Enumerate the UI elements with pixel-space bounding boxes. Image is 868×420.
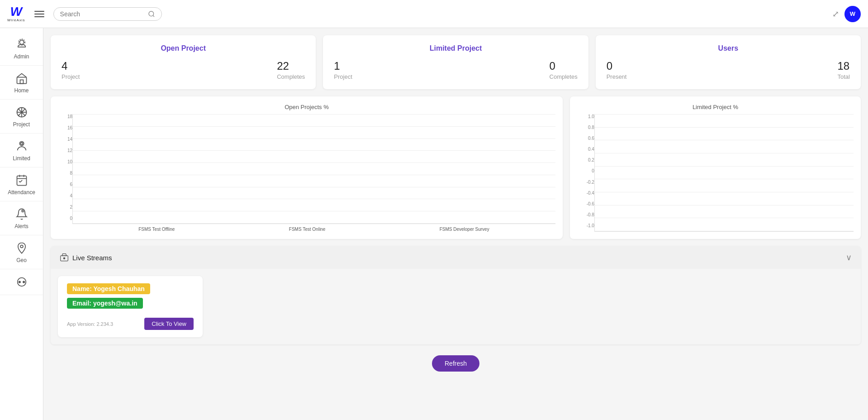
open-projects-bars-area: FSMS Test Offline FSMS Test Online FSMS … <box>72 114 555 232</box>
sidebar-item-limited-label: Limited <box>13 155 30 162</box>
main-content: Open Project 4 Project 22 Completes Limi… <box>43 28 868 420</box>
sidebar-item-alerts[interactable]: Alerts <box>0 201 43 235</box>
y-label-10: 10 <box>58 159 72 164</box>
logo-letter: W <box>10 5 22 18</box>
svg-point-20 <box>20 245 23 248</box>
open-project-count: 4 <box>62 60 80 72</box>
app-version: App Version: 2.234.3 <box>67 321 113 327</box>
sidebar-item-attendance[interactable]: Attendance <box>0 167 43 201</box>
svg-point-19 <box>21 210 24 213</box>
logo: W WireAxis <box>7 5 25 22</box>
x-label-developer: FSMS Developer Survey <box>440 227 489 232</box>
users-present-count: 0 <box>607 60 627 72</box>
search-icon <box>148 10 155 18</box>
users-total-group: 18 Total <box>838 60 850 80</box>
y-label-18: 18 <box>58 114 72 119</box>
sidebar-item-project[interactable]: Project <box>0 100 43 134</box>
sidebar-item-geo-label: Geo <box>16 257 27 263</box>
search-input[interactable] <box>60 10 148 18</box>
more-icon <box>14 275 29 289</box>
search-box <box>53 7 162 21</box>
hamburger-button[interactable] <box>33 9 46 19</box>
svg-rect-5 <box>20 80 23 84</box>
svg-rect-4 <box>17 77 26 84</box>
users-present-group: 0 Present <box>607 60 627 80</box>
open-projects-chart-body: 18 16 14 12 10 8 6 4 2 0 <box>58 114 555 232</box>
sidebar-item-home-label: Home <box>14 87 28 94</box>
header-right: ⤢ W <box>832 6 861 22</box>
sidebar-item-admin-label: Admin <box>14 53 29 60</box>
svg-point-11 <box>19 142 24 146</box>
refresh-button[interactable]: Refresh <box>432 355 479 372</box>
limited-chart-area <box>594 114 854 232</box>
svg-line-18 <box>20 180 22 182</box>
refresh-btn-area: Refresh <box>51 352 861 375</box>
open-projects-y-axis: 18 16 14 12 10 8 6 4 2 0 <box>58 114 72 232</box>
svg-point-23 <box>23 281 24 283</box>
y-label-2: 2 <box>58 205 72 210</box>
limited-project-chart-title: Limited Project % <box>577 104 854 110</box>
svg-point-25 <box>63 258 65 259</box>
y-label-12: 12 <box>58 148 72 153</box>
limited-project-chart-card: Limited Project % 1.0 0.8 0.6 0.4 0.2 0 … <box>570 96 861 239</box>
live-streams-body: Name: Yogesh Chauhan Email: yogesh@wa.in… <box>51 269 861 344</box>
limited-project-chart-body: 1.0 0.8 0.6 0.4 0.2 0 -0.2 -0.4 -0.6 -0.… <box>577 114 854 232</box>
header-left: W WireAxis <box>7 5 162 22</box>
sidebar-item-more[interactable] <box>0 269 43 295</box>
open-project-label: Project <box>62 73 80 80</box>
expand-icon[interactable]: ⤢ <box>832 9 839 19</box>
charts-row: Open Projects % 18 16 14 12 10 8 6 4 2 0 <box>51 96 861 239</box>
home-icon <box>14 71 29 86</box>
y-label-8: 8 <box>58 171 72 176</box>
layout: Admin Home Project <box>0 28 868 420</box>
open-project-completes-group: 22 Completes <box>277 60 305 80</box>
sidebar-item-admin[interactable]: Admin <box>0 32 43 66</box>
open-project-completes-label: Completes <box>277 73 305 80</box>
limited-project-count-group: 1 Project <box>334 60 352 80</box>
svg-point-2 <box>19 40 24 44</box>
y-label-4: 4 <box>58 193 72 198</box>
limited-project-completes-label: Completes <box>550 73 578 80</box>
users-present-label: Present <box>607 73 627 80</box>
live-streams-title: Live Streams <box>60 253 112 262</box>
svg-point-12 <box>20 143 23 145</box>
svg-point-22 <box>19 281 20 283</box>
limited-project-label: Project <box>334 73 352 80</box>
live-streams-label: Live Streams <box>72 254 112 262</box>
limited-icon <box>14 139 29 153</box>
sidebar-item-attendance-label: Attendance <box>8 189 35 196</box>
sidebar-item-limited[interactable]: Limited <box>0 134 43 167</box>
y-label-6: 6 <box>58 182 72 187</box>
geo-icon <box>14 241 29 255</box>
stats-row: Open Project 4 Project 22 Completes Limi… <box>51 35 861 89</box>
open-project-numbers: 4 Project 22 Completes <box>62 60 305 80</box>
sidebar: Admin Home Project <box>0 28 43 420</box>
live-streams-card: Live Streams ∨ Name: Yogesh Chauhan Emai… <box>51 246 861 344</box>
live-streams-chevron[interactable]: ∨ <box>846 253 852 262</box>
open-project-card: Open Project 4 Project 22 Completes <box>51 35 316 89</box>
svg-line-1 <box>153 15 154 17</box>
attendance-icon <box>14 173 29 187</box>
open-project-completes: 22 <box>277 60 305 72</box>
project-icon <box>14 105 29 119</box>
open-projects-chart-card: Open Projects % 18 16 14 12 10 8 6 4 2 0 <box>51 96 563 239</box>
bars <box>73 114 555 224</box>
live-streams-header: Live Streams ∨ <box>51 246 861 269</box>
bars-container <box>72 114 555 224</box>
users-total-count: 18 <box>838 60 850 72</box>
x-labels: FSMS Test Offline FSMS Test Online FSMS … <box>72 224 555 232</box>
logo-sub: WireAxis <box>7 18 25 22</box>
y-label-14: 14 <box>58 137 72 142</box>
stream-card: Name: Yogesh Chauhan Email: yogesh@wa.in… <box>58 276 203 337</box>
limited-project-completes-group: 0 Completes <box>550 60 578 80</box>
admin-icon <box>14 37 29 52</box>
stream-name-badge: Name: Yogesh Chauhan <box>67 283 150 294</box>
x-label-offline: FSMS Test Offline <box>138 227 175 232</box>
header: W WireAxis ⤢ W <box>0 0 868 28</box>
sidebar-item-home[interactable]: Home <box>0 66 43 100</box>
click-to-view-button[interactable]: Click To View <box>144 318 194 330</box>
live-streams-icon <box>60 253 69 262</box>
sidebar-item-geo[interactable]: Geo <box>0 235 43 269</box>
users-total-label: Total <box>838 73 850 80</box>
stream-footer: App Version: 2.234.3 Click To View <box>67 318 194 330</box>
